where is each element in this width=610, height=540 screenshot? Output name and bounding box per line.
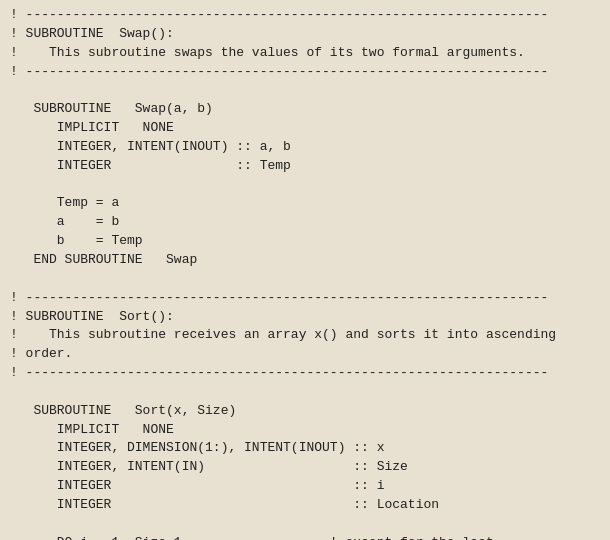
code-line-22: IMPLICIT NONE bbox=[10, 421, 600, 440]
code-line-18: ! order. bbox=[10, 345, 600, 364]
code-line-0: ! --------------------------------------… bbox=[10, 6, 600, 25]
code-line-17: ! This subroutine receives an array x() … bbox=[10, 326, 600, 345]
code-line-16: ! SUBROUTINE Sort(): bbox=[10, 308, 600, 327]
code-line-27 bbox=[10, 515, 600, 534]
code-line-5: SUBROUTINE Swap(a, b) bbox=[10, 100, 600, 119]
code-container: ! --------------------------------------… bbox=[0, 0, 610, 540]
code-line-23: INTEGER, DIMENSION(1:), INTENT(INOUT) ::… bbox=[10, 439, 600, 458]
code-line-21: SUBROUTINE Sort(x, Size) bbox=[10, 402, 600, 421]
code-line-11: a = b bbox=[10, 213, 600, 232]
code-line-15: ! --------------------------------------… bbox=[10, 289, 600, 308]
code-line-20 bbox=[10, 383, 600, 402]
code-line-10: Temp = a bbox=[10, 194, 600, 213]
code-line-26: INTEGER :: Location bbox=[10, 496, 600, 515]
code-line-25: INTEGER :: i bbox=[10, 477, 600, 496]
code-line-7: INTEGER, INTENT(INOUT) :: a, b bbox=[10, 138, 600, 157]
code-line-19: ! --------------------------------------… bbox=[10, 364, 600, 383]
code-line-6: IMPLICIT NONE bbox=[10, 119, 600, 138]
code-line-13: END SUBROUTINE Swap bbox=[10, 251, 600, 270]
code-line-8: INTEGER :: Temp bbox=[10, 157, 600, 176]
code-line-3: ! --------------------------------------… bbox=[10, 63, 600, 82]
code-line-1: ! SUBROUTINE Swap(): bbox=[10, 25, 600, 44]
code-line-14 bbox=[10, 270, 600, 289]
code-line-4 bbox=[10, 81, 600, 100]
code-line-9 bbox=[10, 176, 600, 195]
code-line-2: ! This subroutine swaps the values of it… bbox=[10, 44, 600, 63]
code-line-28: DO i = 1, Size-1 ! except for the last bbox=[10, 534, 600, 540]
code-line-24: INTEGER, INTENT(IN) :: Size bbox=[10, 458, 600, 477]
code-line-12: b = Temp bbox=[10, 232, 600, 251]
